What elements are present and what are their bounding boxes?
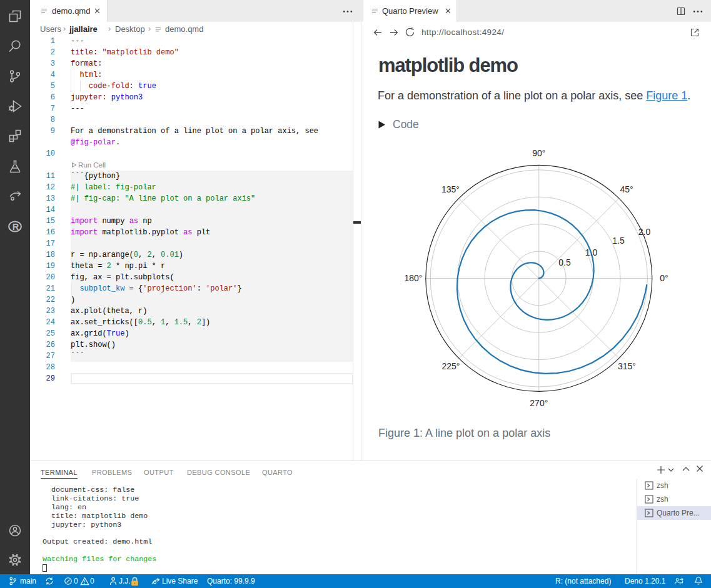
svg-text:270°: 270°	[530, 398, 548, 408]
svg-text:0.5: 0.5	[558, 257, 571, 267]
svg-text:1.5: 1.5	[612, 236, 625, 246]
svg-text:0°: 0°	[660, 273, 668, 283]
svg-text:45°: 45°	[620, 184, 633, 194]
svg-text:2.0: 2.0	[638, 227, 651, 237]
svg-text:R: R	[13, 222, 19, 232]
svg-text:180°: 180°	[405, 273, 423, 283]
svg-text:1.0: 1.0	[585, 247, 598, 257]
svg-text:90°: 90°	[532, 148, 545, 158]
svg-text:315°: 315°	[618, 361, 636, 371]
svg-text:135°: 135°	[441, 184, 460, 194]
svg-text:225°: 225°	[442, 361, 460, 371]
